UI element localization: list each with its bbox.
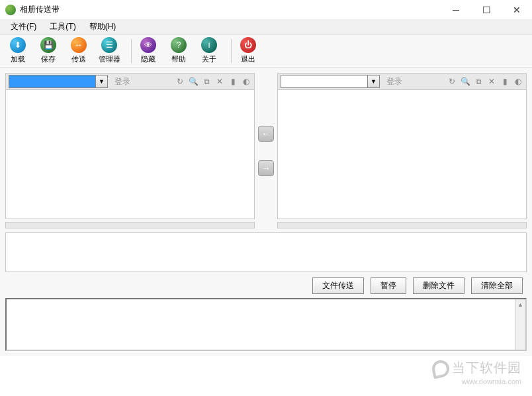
- left-panel-body: [5, 90, 255, 219]
- toolbar-separator-2: [231, 39, 232, 63]
- toolbar-exit-label: 退出: [241, 54, 255, 64]
- right-login-link[interactable]: 登录: [382, 76, 406, 87]
- toolbar-about[interactable]: i 关于: [197, 37, 222, 64]
- scrollbar[interactable]: ▲: [515, 299, 525, 350]
- toolbar-transfer-label: 传送: [71, 54, 86, 64]
- window-controls: ─ ☐ ✕: [441, 0, 532, 20]
- toolbar-help-label: 帮助: [171, 54, 186, 64]
- left-panel: ▼ 登录 ↻ 🔍 ⧉ ✕ ▮ ◐: [5, 73, 255, 228]
- toolbar-about-label: 关于: [202, 54, 216, 64]
- toolbar-transfer[interactable]: ↔ 传送: [66, 37, 91, 64]
- left-panel-footer: [5, 222, 255, 228]
- toolbar-manager[interactable]: ☰ 管理器: [97, 37, 122, 64]
- panels: ▼ 登录 ↻ 🔍 ⧉ ✕ ▮ ◐ ← → ▼: [5, 73, 527, 228]
- save-icon: 💾: [40, 37, 56, 53]
- delete-icon[interactable]: ✕: [486, 76, 497, 87]
- copy-icon[interactable]: ⧉: [201, 76, 212, 87]
- clear-all-button[interactable]: 清除全部: [471, 277, 523, 294]
- search-icon[interactable]: 🔍: [460, 76, 470, 87]
- watermark-url: www.downxia.com: [432, 377, 521, 385]
- watermark-text: 当下软件园: [452, 360, 521, 375]
- pause-button[interactable]: 暂停: [371, 277, 406, 294]
- panel-gap: ← →: [255, 73, 277, 228]
- folder-icon[interactable]: ▮: [500, 76, 510, 87]
- watermark-logo-icon: [431, 359, 451, 379]
- delete-icon[interactable]: ✕: [214, 76, 225, 87]
- menu-help[interactable]: 帮助(H): [83, 20, 123, 34]
- exit-icon: ⏻: [240, 37, 256, 53]
- hide-icon: 👁: [140, 37, 156, 53]
- reload-icon[interactable]: ◐: [241, 76, 251, 87]
- toolbar-load[interactable]: ⬇ 加载: [5, 37, 30, 64]
- main-area: ▼ 登录 ↻ 🔍 ⧉ ✕ ▮ ◐ ← → ▼: [0, 68, 532, 356]
- help-icon: ?: [171, 37, 187, 53]
- right-panel-footer: [277, 222, 527, 228]
- left-panel-toolbar: ▼ 登录 ↻ 🔍 ⧉ ✕ ▮ ◐: [5, 73, 255, 90]
- load-icon: ⬇: [10, 37, 26, 53]
- toolbar-hide-label: 隐藏: [141, 54, 155, 64]
- toolbar-hide[interactable]: 👁 隐藏: [136, 37, 161, 64]
- file-transfer-button[interactable]: 文件传送: [312, 277, 364, 294]
- right-panel-toolbar: ▼ 登录 ↻ 🔍 ⧉ ✕ ▮ ◐: [277, 73, 527, 90]
- right-panel-body: [277, 90, 527, 219]
- copy-icon[interactable]: ⧉: [473, 76, 484, 87]
- dropdown-arrow-icon: ▼: [367, 75, 379, 87]
- left-login-link[interactable]: 登录: [111, 76, 134, 87]
- maximize-button[interactable]: ☐: [471, 0, 502, 20]
- toolbar-separator: [131, 39, 132, 63]
- right-combo[interactable]: ▼: [281, 75, 380, 88]
- folder-icon[interactable]: ▮: [228, 76, 238, 87]
- refresh-icon[interactable]: ↻: [175, 76, 185, 87]
- manager-icon: ☰: [101, 37, 117, 53]
- toolbar-save-label: 保存: [41, 54, 56, 64]
- button-row: 文件传送 暂停 删除文件 清除全部: [5, 277, 527, 294]
- toolbar-exit[interactable]: ⏻ 退出: [236, 37, 261, 64]
- arrow-left-button[interactable]: ←: [258, 126, 274, 142]
- arrow-right-button[interactable]: →: [258, 160, 274, 176]
- search-icon[interactable]: 🔍: [188, 76, 199, 87]
- menu-tools[interactable]: 工具(T): [43, 20, 82, 34]
- delete-file-button[interactable]: 删除文件: [413, 277, 465, 294]
- toolbar-save[interactable]: 💾 保存: [36, 37, 61, 64]
- refresh-icon[interactable]: ↻: [447, 76, 457, 87]
- close-button[interactable]: ✕: [502, 0, 532, 20]
- window-title: 相册传送带: [20, 4, 441, 15]
- toolbar-load-label: 加载: [11, 54, 25, 64]
- transfer-icon: ↔: [71, 37, 87, 53]
- right-panel: ▼ 登录 ↻ 🔍 ⧉ ✕ ▮ ◐: [277, 73, 527, 228]
- toolbar-help[interactable]: ? 帮助: [166, 37, 191, 64]
- log-area: ▲: [5, 298, 527, 351]
- mid-list-area: [5, 232, 527, 272]
- left-combo[interactable]: ▼: [9, 75, 108, 88]
- watermark: 当下软件园 www.downxia.com: [432, 359, 521, 385]
- minimize-button[interactable]: ─: [441, 0, 471, 20]
- scroll-up-icon: ▲: [515, 299, 525, 310]
- menu-file[interactable]: 文件(F): [4, 20, 43, 34]
- toolbar: ⬇ 加载 💾 保存 ↔ 传送 ☰ 管理器 👁 隐藏 ? 帮助 i 关于 ⏻ 退出: [0, 34, 532, 68]
- toolbar-manager-label: 管理器: [99, 54, 120, 64]
- reload-icon[interactable]: ◐: [513, 76, 523, 87]
- app-icon: [5, 5, 16, 15]
- titlebar: 相册传送带 ─ ☐ ✕: [0, 0, 532, 20]
- menubar: 文件(F) 工具(T) 帮助(H): [0, 20, 532, 34]
- about-icon: i: [201, 37, 217, 53]
- dropdown-arrow-icon: ▼: [95, 75, 107, 87]
